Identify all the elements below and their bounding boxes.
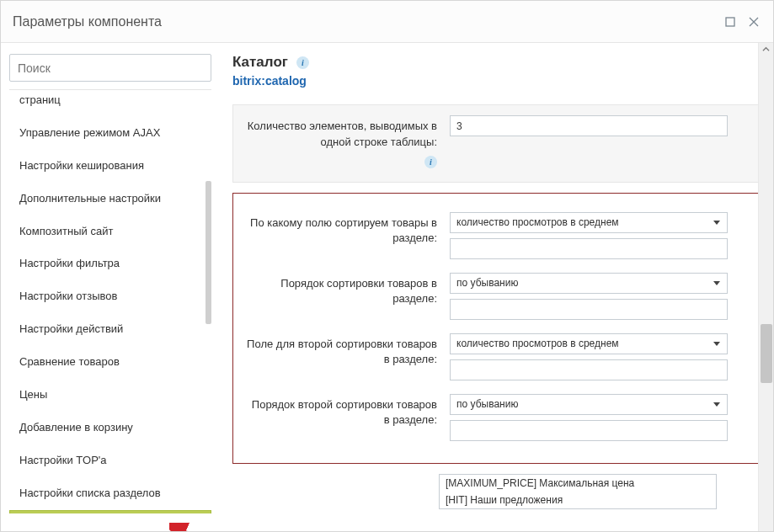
sidebar-item[interactable]: Композитный сайт (9, 215, 211, 248)
component-id: bitrix:catalog (232, 74, 765, 88)
sidebar-item[interactable]: Настройки действий (9, 313, 211, 346)
param-label: Количество элементов, выводимых в одной … (243, 115, 437, 170)
info-icon[interactable]: i (296, 56, 309, 69)
sidebar-nav: страниц Управление режимом AJAX Настройк… (9, 90, 211, 513)
sidebar-item[interactable]: Настройки TOP'а (9, 444, 211, 477)
sidebar-item[interactable]: Настройки фильтра (9, 247, 211, 280)
scroll-up-button[interactable] (759, 43, 773, 56)
sort-order-2-select[interactable]: по убыванию (450, 394, 728, 415)
param-label: Поле для второй сортировки товаров в раз… (243, 333, 437, 380)
sidebar-item-active[interactable]: Настройки списка (9, 510, 211, 513)
sort-order-1-extra[interactable] (450, 299, 728, 320)
sidebar-scrollbar-thumb[interactable] (206, 181, 211, 324)
sidebar-item[interactable]: Добавление в корзину (9, 412, 211, 444)
sidebar-item-partial[interactable]: страниц (9, 90, 211, 117)
maximize-icon (725, 17, 735, 27)
sidebar-item[interactable]: Сравнение товаров (9, 346, 211, 379)
sidebar-item[interactable]: Настройки списка разделов (9, 477, 211, 510)
sort-field-1-extra[interactable] (450, 238, 728, 259)
svg-rect-0 (726, 18, 734, 26)
maximize-button[interactable] (723, 14, 738, 29)
param-label: Порядок второй сортировки товаров в разд… (243, 394, 437, 441)
param-label: Порядок сортировки товаров в разделе: (243, 273, 437, 320)
close-icon (749, 17, 759, 27)
component-title: Каталог (232, 54, 288, 71)
sidebar-item[interactable]: Настройки кеширования (9, 150, 211, 183)
list-item[interactable]: [HIT] Наши предложения (440, 492, 716, 508)
count-per-row-input[interactable] (450, 115, 728, 136)
param-sort-block: По какому полю сортируем товары в раздел… (232, 193, 765, 464)
sidebar-item[interactable]: Дополнительные настройки (9, 183, 211, 215)
close-button[interactable] (746, 14, 761, 29)
sort-order-1-select[interactable]: по убыванию (450, 273, 728, 294)
sidebar-item[interactable]: Цены (9, 379, 211, 412)
info-icon[interactable]: i (424, 156, 437, 168)
sort-field-2-extra[interactable] (450, 359, 728, 380)
main-scrollbar-thumb[interactable] (761, 324, 772, 383)
property-multiselect[interactable]: [MAXIMUM_PRICE] Максимальная цена [HIT] … (439, 474, 717, 509)
dialog-titlebar: Параметры компонента (1, 1, 773, 43)
chevron-up-icon (762, 45, 770, 53)
param-count-per-row: Количество элементов, выводимых в одной … (232, 104, 765, 183)
sidebar-scrollbar[interactable] (205, 90, 211, 513)
param-label: По какому полю сортируем товары в раздел… (243, 212, 437, 259)
sort-order-2-extra[interactable] (450, 420, 728, 441)
list-item[interactable]: [MAXIMUM_PRICE] Максимальная цена (440, 475, 716, 492)
dialog-title: Параметры компонента (13, 14, 162, 29)
search-input[interactable] (9, 54, 211, 82)
sort-field-1-select[interactable]: количество просмотров в среднем (450, 212, 728, 233)
main-scrollbar[interactable] (758, 43, 773, 531)
sidebar-item[interactable]: Настройки отзывов (9, 280, 211, 313)
sidebar-item[interactable]: Управление режимом AJAX (9, 117, 211, 150)
sort-field-2-select[interactable]: количество просмотров в среднем (450, 333, 728, 354)
